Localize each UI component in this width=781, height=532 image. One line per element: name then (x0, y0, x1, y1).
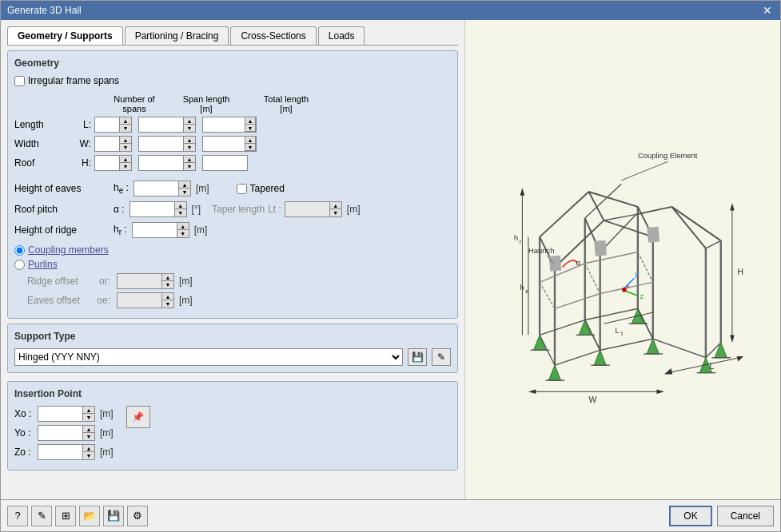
taper-length-group: Taper length Lt : ▲ ▼ [m] (212, 201, 360, 217)
taper-up[interactable]: ▲ (330, 202, 341, 209)
width-span-up[interactable]: ▲ (184, 137, 195, 144)
svg-text:h: h (520, 283, 524, 292)
eaves-label: Height of eaves (14, 183, 110, 194)
length-spans-input[interactable]: 4 (95, 117, 119, 132)
zo-unit: [m] (100, 447, 114, 458)
yo-up[interactable]: ▲ (83, 426, 94, 433)
settings-icon-btn[interactable]: ⚙ (127, 506, 148, 526)
eaves-unit: [m] (196, 183, 209, 194)
yo-label: Yo : (14, 427, 34, 439)
ridge-offset-spinbox: ▲ ▼ (117, 273, 174, 289)
width-total-down[interactable]: ▼ (245, 144, 256, 151)
yo-down[interactable]: ▼ (83, 433, 94, 440)
width-total-input[interactable]: 20.000 (203, 137, 245, 151)
zo-input[interactable]: 0.000 (38, 445, 82, 459)
xo-down[interactable]: ▼ (83, 414, 94, 421)
roof-spans-input[interactable]: 4 (95, 156, 119, 170)
xo-input[interactable]: 0.000 (38, 407, 82, 421)
svg-text:z: z (640, 292, 644, 300)
width-span-input[interactable]: 5.000 (139, 137, 183, 151)
tab-loads[interactable]: Loads (318, 26, 365, 45)
support-select[interactable]: Hinged (YYY NNY) Fixed (YYY YYY) Pinned (14, 348, 403, 366)
insertion-section: Insertion Point Xo : 0.000 ▲ ▼ (7, 381, 458, 470)
tab-cross-sections[interactable]: Cross-Sections (230, 26, 316, 45)
ridge-offset-sublabel: or: (94, 276, 110, 287)
eaves-offset-sublabel: oe: (94, 295, 110, 306)
eaves-up[interactable]: ▲ (179, 181, 190, 189)
roof-label: Roof (14, 157, 70, 169)
length-span-down[interactable]: ▼ (184, 125, 195, 132)
coords-group: Xo : 0.000 ▲ ▼ [m] (14, 406, 114, 463)
roof-span-input[interactable]: 5.000 (139, 156, 183, 170)
grid-icon-btn[interactable]: ⊞ (55, 506, 76, 526)
coupling-radio[interactable] (14, 245, 25, 256)
bottom-bar: ? ✎ ⊞ 📂 💾 ⚙ OK Cancel (1, 499, 780, 531)
roof-span-spinbtns: ▲ ▼ (183, 156, 195, 170)
cancel-button[interactable]: Cancel (717, 506, 774, 526)
length-total-down[interactable]: ▼ (245, 125, 256, 132)
length-total-up[interactable]: ▲ (245, 117, 256, 125)
roof-total-input[interactable]: 20.000 (203, 156, 247, 170)
eaves-down[interactable]: ▼ (179, 189, 190, 196)
width-span-down[interactable]: ▼ (184, 144, 195, 151)
roof-spans-up[interactable]: ▲ (120, 156, 131, 163)
svg-text:H: H (738, 268, 744, 276)
length-spans-down[interactable]: ▼ (120, 125, 131, 132)
irregular-frame-checkbox[interactable] (14, 76, 25, 86)
support-icon-btn-1[interactable]: 💾 (408, 348, 427, 366)
zo-down[interactable]: ▼ (83, 452, 94, 459)
header-span-length: Span length[m] (166, 94, 246, 113)
roof-spans-down[interactable]: ▼ (120, 163, 131, 170)
roof-pitch-spinbox: 30.00 ▲ ▼ (130, 201, 187, 217)
edit-icon-btn[interactable]: ✎ (31, 506, 52, 526)
insertion-point-icon-btn[interactable]: 📌 (126, 406, 150, 428)
length-span-spinbtns: ▲ ▼ (183, 117, 195, 132)
eaves-input[interactable]: 6.000 (134, 181, 178, 196)
taper-length-input[interactable] (285, 202, 329, 216)
yo-unit: [m] (100, 427, 114, 439)
open-icon-btn[interactable]: 📂 (79, 506, 100, 526)
purlins-radio[interactable] (14, 260, 25, 270)
zo-up[interactable]: ▲ (83, 445, 94, 452)
roof-pitch-down[interactable]: ▼ (175, 209, 186, 216)
lt-label: Lt : (268, 204, 281, 215)
ridge-down[interactable]: ▼ (177, 230, 189, 237)
width-short: W: (70, 138, 94, 149)
eaves-spinbtns: ▲ ▼ (178, 181, 190, 196)
support-icon-btn-2[interactable]: ✎ (432, 348, 451, 366)
taper-down[interactable]: ▼ (330, 209, 341, 216)
roof-pitch-up[interactable]: ▲ (175, 202, 186, 209)
width-spans-input[interactable]: 4 (95, 137, 119, 151)
xo-up[interactable]: ▲ (83, 407, 94, 414)
svg-text:L: L (710, 362, 715, 371)
close-button[interactable]: ✕ (761, 4, 774, 17)
width-spans-down[interactable]: ▼ (120, 144, 131, 151)
ridge-input[interactable]: 11.774 (133, 223, 177, 237)
length-spans-up[interactable]: ▲ (120, 117, 131, 125)
ridge-up[interactable]: ▲ (177, 223, 189, 230)
width-total-up[interactable]: ▲ (245, 137, 256, 144)
roof-span-up[interactable]: ▲ (184, 156, 195, 163)
help-icon-btn[interactable]: ? (7, 506, 28, 526)
main-window: Generate 3D Hall ✕ Geometry / Supports P… (0, 0, 781, 532)
roof-span-down[interactable]: ▼ (184, 163, 195, 170)
save-icon-btn[interactable]: 💾 (103, 506, 124, 526)
ok-button[interactable]: OK (669, 506, 711, 526)
tapered-checkbox[interactable] (237, 184, 247, 194)
length-span-up[interactable]: ▲ (184, 117, 195, 125)
roof-total-spinbox: 20.000 (202, 155, 248, 171)
width-total-spinbox: 20.000 ▲ ▼ (202, 136, 257, 152)
tab-geometry[interactable]: Geometry / Supports (7, 26, 123, 45)
support-row: Hinged (YYY NNY) Fixed (YYY YYY) Pinned … (14, 348, 451, 366)
roof-spans-spinbox: 4 ▲ ▼ (94, 155, 132, 171)
window-title: Generate 3D Hall (7, 5, 82, 16)
yo-input[interactable]: 0.000 (38, 426, 82, 440)
width-spans-up[interactable]: ▲ (120, 137, 131, 144)
roof-pitch-input[interactable]: 30.00 (130, 202, 174, 216)
roof-short: H: (70, 157, 94, 169)
tab-partioning[interactable]: Partioning / Bracing (125, 26, 229, 45)
length-total-input[interactable]: 24.000 (203, 117, 245, 132)
ridge-row: Height of ridge hr : 11.774 ▲ ▼ [m] (14, 222, 451, 238)
length-span-input[interactable]: 6.000 (139, 117, 183, 132)
eaves-row: Height of eaves he : 6.000 ▲ ▼ [m] Taper… (14, 181, 451, 197)
